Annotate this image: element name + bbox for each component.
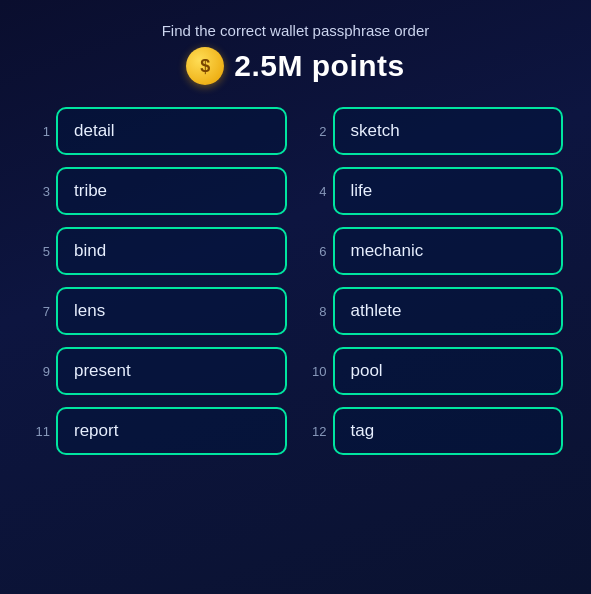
word-cell: 12tag bbox=[305, 407, 564, 455]
word-cell: 6mechanic bbox=[305, 227, 564, 275]
word-cell: 8athlete bbox=[305, 287, 564, 335]
word-cell: 4life bbox=[305, 167, 564, 215]
word-cell: 5bind bbox=[28, 227, 287, 275]
word-box[interactable]: lens bbox=[56, 287, 287, 335]
word-number: 9 bbox=[28, 364, 50, 379]
word-number: 4 bbox=[305, 184, 327, 199]
word-number: 7 bbox=[28, 304, 50, 319]
word-box[interactable]: mechanic bbox=[333, 227, 564, 275]
word-number: 8 bbox=[305, 304, 327, 319]
word-box[interactable]: detail bbox=[56, 107, 287, 155]
word-box[interactable]: bind bbox=[56, 227, 287, 275]
word-box[interactable]: present bbox=[56, 347, 287, 395]
word-cell: 3tribe bbox=[28, 167, 287, 215]
word-number: 3 bbox=[28, 184, 50, 199]
word-cell: 10pool bbox=[305, 347, 564, 395]
points-text: 2.5M points bbox=[234, 49, 405, 83]
points-row: $ 2.5M points bbox=[162, 47, 430, 85]
word-grid: 1detail2sketch3tribe4life5bind6mechanic7… bbox=[0, 107, 591, 455]
word-number: 11 bbox=[28, 424, 50, 439]
word-cell: 1detail bbox=[28, 107, 287, 155]
word-number: 5 bbox=[28, 244, 50, 259]
word-number: 10 bbox=[305, 364, 327, 379]
word-cell: 9present bbox=[28, 347, 287, 395]
word-box[interactable]: athlete bbox=[333, 287, 564, 335]
word-box[interactable]: tag bbox=[333, 407, 564, 455]
word-number: 6 bbox=[305, 244, 327, 259]
word-number: 12 bbox=[305, 424, 327, 439]
word-cell: 2sketch bbox=[305, 107, 564, 155]
word-number: 1 bbox=[28, 124, 50, 139]
word-box[interactable]: pool bbox=[333, 347, 564, 395]
word-number: 2 bbox=[305, 124, 327, 139]
header: Find the correct wallet passphrase order… bbox=[162, 22, 430, 85]
word-box[interactable]: tribe bbox=[56, 167, 287, 215]
word-cell: 7lens bbox=[28, 287, 287, 335]
word-box[interactable]: report bbox=[56, 407, 287, 455]
word-cell: 11report bbox=[28, 407, 287, 455]
coin-icon: $ bbox=[186, 47, 224, 85]
word-box[interactable]: life bbox=[333, 167, 564, 215]
word-box[interactable]: sketch bbox=[333, 107, 564, 155]
subtitle-text: Find the correct wallet passphrase order bbox=[162, 22, 430, 39]
